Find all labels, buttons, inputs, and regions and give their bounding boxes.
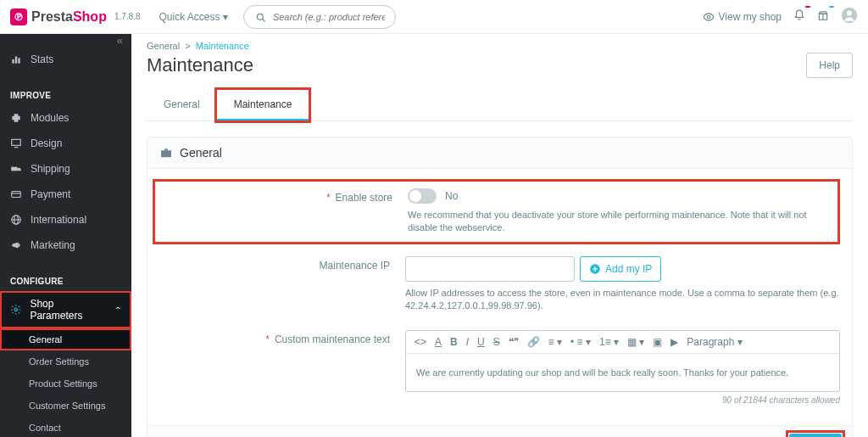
sidebar-item-shop-parameters[interactable]: Shop Parameters ⌃ <box>0 291 131 328</box>
svg-point-6 <box>847 11 852 16</box>
sidebar-sub-product-settings[interactable]: Product Settings <box>0 373 131 395</box>
logo[interactable]: ℗ PrestaShop 1.7.8.8 <box>10 8 141 25</box>
char-counter: 90 of 21844 characters allowed <box>405 395 840 405</box>
search-icon <box>255 12 267 24</box>
breadcrumb: General > Maintenance <box>147 34 853 51</box>
gift-icon <box>817 9 829 21</box>
svg-point-18 <box>14 308 17 311</box>
bell-icon <box>793 9 805 21</box>
editor-strike-button[interactable]: S <box>493 336 500 348</box>
row-maintenance-ip: Maintenance IP Add my IP Allow IP addres… <box>159 251 840 325</box>
sidebar-item-shipping[interactable]: Shipping <box>0 156 131 182</box>
user-icon <box>841 7 858 24</box>
svg-rect-13 <box>12 192 21 198</box>
editor-video-button[interactable]: ▶ <box>670 336 678 348</box>
truck-icon <box>10 163 22 175</box>
sidebar: « Stats IMPROVE Modules Design Shipping … <box>0 34 131 437</box>
tab-maintenance[interactable]: Maintenance <box>217 90 309 120</box>
svg-rect-7 <box>12 59 14 64</box>
profile-button[interactable] <box>841 7 858 26</box>
view-shop-link[interactable]: View my shop <box>703 11 782 23</box>
main-content: General > Maintenance Maintenance Help G… <box>131 34 868 437</box>
tabs: General Maintenance <box>147 90 853 121</box>
svg-line-1 <box>262 19 264 21</box>
save-highlight: Save <box>789 434 842 437</box>
briefcase-icon <box>159 146 173 160</box>
sidebar-item-modules[interactable]: Modules <box>0 105 131 131</box>
editor-align-button[interactable]: ≡ ▾ <box>548 336 562 348</box>
editor-number-list-button[interactable]: 1≡ ▾ <box>599 336 619 348</box>
editor-image-button[interactable]: ▣ <box>653 336 662 348</box>
sidebar-item-payment[interactable]: Payment <box>0 182 131 207</box>
panel-general: General *Enable store No We recommend th… <box>147 137 853 437</box>
editor-italic-button[interactable]: I <box>466 336 469 348</box>
hint-maintenance-ip: Allow IP addresses to access the store, … <box>405 287 840 313</box>
sidebar-sub-order-settings[interactable]: Order Settings <box>0 350 131 373</box>
editor-color-button[interactable]: A <box>435 336 442 348</box>
topbar-right: View my shop <box>703 7 858 26</box>
logo-text: PrestaShop <box>31 9 107 25</box>
notification-badge <box>805 6 810 8</box>
label-maintenance-ip: Maintenance IP <box>159 256 405 313</box>
editor-link-button[interactable]: 🔗 <box>527 336 540 348</box>
svg-point-2 <box>707 15 710 19</box>
sidebar-item-stats[interactable]: Stats <box>0 47 131 72</box>
page-title: Maintenance <box>147 54 253 76</box>
editor-source-button[interactable]: <> <box>415 336 426 348</box>
puzzle-icon <box>10 112 22 124</box>
sidebar-sub-general[interactable]: General <box>0 328 131 350</box>
collapse-sidebar-button[interactable]: « <box>0 34 131 47</box>
chevron-up-icon: ⌃ <box>114 305 121 315</box>
hint-enable-store: We recommend that you deactivate your st… <box>408 209 831 235</box>
quick-access-dropdown[interactable]: Quick Access ▾ <box>159 11 228 23</box>
editor-paragraph-dropdown[interactable]: Paragraph ▾ <box>687 336 742 348</box>
label-custom-text: *Custom maintenance text <box>159 330 405 405</box>
toggle-enable-store[interactable] <box>408 188 437 204</box>
editor-bold-button[interactable]: B <box>450 336 458 348</box>
editor-underline-button[interactable]: U <box>477 336 485 348</box>
row-custom-text: *Custom maintenance text <> A B I U S ❝❞ <box>159 325 840 417</box>
svg-rect-19 <box>161 150 171 157</box>
help-button[interactable]: Help <box>806 53 853 78</box>
sidebar-item-international[interactable]: International <box>0 207 131 233</box>
megaphone-icon <box>10 239 22 251</box>
row-enable-store: *Enable store No We recommend that you d… <box>153 179 840 244</box>
sidebar-item-marketing[interactable]: Marketing <box>0 233 131 258</box>
editor-toolbar: <> A B I U S ❝❞ 🔗 ≡ ▾ • ≡ ▾ 1≡ ▾ <box>406 331 839 354</box>
svg-rect-10 <box>12 139 21 145</box>
editor-table-button[interactable]: ▦ ▾ <box>627 336 644 348</box>
editor-bullet-list-button[interactable]: • ≡ ▾ <box>570 336 591 348</box>
breadcrumb-leaf[interactable]: Maintenance <box>196 41 249 51</box>
tab-general[interactable]: General <box>147 90 217 120</box>
sidebar-head-configure: CONFIGURE <box>0 268 131 291</box>
rich-text-editor: <> A B I U S ❝❞ 🔗 ≡ ▾ • ≡ ▾ 1≡ ▾ <box>405 330 840 392</box>
save-button[interactable]: Save <box>789 434 842 437</box>
globe-icon <box>10 214 22 226</box>
editor-quote-button[interactable]: ❝❞ <box>509 336 519 348</box>
sidebar-sub-customer-settings[interactable]: Customer Settings <box>0 395 131 417</box>
stats-icon <box>10 53 22 65</box>
breadcrumb-root[interactable]: General <box>147 41 180 51</box>
panel-heading: General <box>147 137 852 169</box>
svg-rect-12 <box>11 167 17 171</box>
svg-point-0 <box>257 14 263 20</box>
topbar: ℗ PrestaShop 1.7.8.8 Quick Access ▾ View… <box>0 0 868 34</box>
notifications-button[interactable] <box>793 9 805 24</box>
sidebar-sub-contact[interactable]: Contact <box>0 417 131 437</box>
label-enable-store: *Enable store <box>162 188 408 235</box>
panel-footer: Save <box>147 425 852 437</box>
editor-content[interactable]: We are currently updating our shop and w… <box>406 354 839 391</box>
add-my-ip-button[interactable]: Add my IP <box>580 256 661 282</box>
svg-rect-9 <box>18 58 19 63</box>
toggle-enable-store-value: No <box>445 190 458 202</box>
version-text: 1.7.8.8 <box>114 12 141 21</box>
sidebar-item-design[interactable]: Design <box>0 131 131 156</box>
svg-rect-8 <box>15 57 17 64</box>
sidebar-head-improve: IMPROVE <box>0 82 131 105</box>
gift-button[interactable] <box>817 9 829 24</box>
maintenance-ip-input[interactable] <box>405 256 575 282</box>
plus-circle-icon <box>589 263 601 275</box>
monitor-icon <box>10 137 22 149</box>
gift-badge <box>829 6 834 8</box>
gear-icon <box>10 304 21 316</box>
